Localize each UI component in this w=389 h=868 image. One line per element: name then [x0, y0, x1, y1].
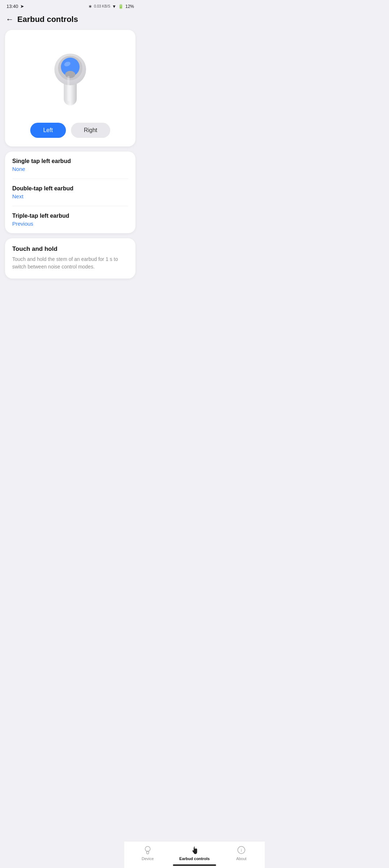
double-tap-item[interactable]: Double-tap left earbud Next [12, 179, 128, 206]
status-left: 13:40 ➤ [6, 4, 24, 9]
touch-hold-description: Touch and hold the stem of an earbud for… [12, 256, 128, 271]
bluetooth-icon: ∗ [88, 4, 92, 9]
double-tap-value: Next [12, 193, 128, 199]
status-right: ∗ 0.03 KB/S ▼ 🔋 12% [88, 4, 134, 9]
single-tap-value: None [12, 166, 128, 172]
page-header: ← Earbud controls [0, 10, 140, 30]
triple-tap-title: Triple-tap left earbud [12, 213, 128, 219]
data-rate: 0.03 KB/S [94, 4, 110, 8]
single-tap-title: Single tap left earbud [12, 158, 128, 164]
earbud-toggle-row: Left Right [30, 123, 110, 138]
battery-icon: 🔋 [118, 4, 124, 9]
status-bar: 13:40 ➤ ∗ 0.03 KB/S ▼ 🔋 12% [0, 0, 140, 10]
left-tab-button[interactable]: Left [30, 123, 66, 138]
time-display: 13:40 [6, 4, 18, 9]
double-tap-title: Double-tap left earbud [12, 185, 128, 192]
controls-list-card: Single tap left earbud None Double-tap l… [5, 152, 135, 233]
svg-rect-6 [67, 76, 70, 101]
triple-tap-item[interactable]: Triple-tap left earbud Previous [12, 206, 128, 233]
earbud-illustration [45, 41, 95, 113]
battery-percent: 12% [125, 4, 134, 9]
triple-tap-value: Previous [12, 221, 128, 227]
page-title: Earbud controls [17, 15, 78, 24]
svg-point-7 [67, 104, 74, 107]
wifi-icon: ▼ [112, 4, 116, 9]
touch-hold-title: Touch and hold [12, 245, 128, 253]
back-button[interactable]: ← [6, 15, 14, 24]
touch-hold-card: Touch and hold Touch and hold the stem o… [5, 238, 135, 279]
location-icon: ➤ [20, 4, 24, 9]
single-tap-item[interactable]: Single tap left earbud None [12, 152, 128, 179]
earbud-selector-card: Left Right [5, 30, 135, 146]
right-tab-button[interactable]: Right [71, 123, 110, 138]
svg-point-5 [65, 71, 75, 78]
